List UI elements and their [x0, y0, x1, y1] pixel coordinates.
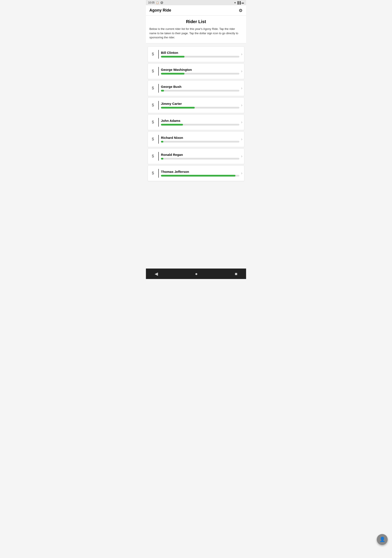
- nav-recents-button[interactable]: ■: [235, 271, 237, 276]
- list-item[interactable]: $ Bill Clinton ›: [148, 46, 244, 62]
- progress-track: [161, 73, 239, 75]
- status-bar: 10:05 📋 🔘 ▾ ▐▐ ▬: [146, 0, 246, 5]
- sponsor-dollar-icon[interactable]: $: [150, 137, 156, 141]
- progress-track: [161, 90, 239, 92]
- divider: [158, 67, 159, 76]
- progress-track: [161, 158, 239, 160]
- rider-name: Bill Clinton: [161, 51, 239, 54]
- progress-fill: [161, 141, 163, 143]
- rider-name: Ronald Regan: [161, 153, 239, 157]
- divider: [158, 118, 159, 127]
- sponsor-dollar-icon[interactable]: $: [150, 120, 156, 124]
- divider: [158, 50, 159, 59]
- list-item[interactable]: $ George Washington ›: [148, 63, 244, 79]
- sim-icon: 📋: [156, 1, 159, 4]
- rider-info: Jimmy Carter: [161, 102, 239, 109]
- chevron-right-icon: ›: [241, 52, 242, 56]
- list-item[interactable]: $ Thomas Jefferson ›: [148, 166, 244, 181]
- sponsor-dollar-icon[interactable]: $: [150, 154, 156, 158]
- nav-back-button[interactable]: ◀: [155, 271, 158, 276]
- progress-track: [161, 56, 239, 58]
- rider-info: Ronald Regan: [161, 153, 239, 160]
- progress-track: [161, 124, 239, 126]
- rider-name: George Washington: [161, 68, 239, 71]
- page-description: Below is the current rider list for this…: [149, 27, 243, 40]
- chevron-right-icon: ›: [241, 120, 242, 124]
- rider-list: $ Bill Clinton › $ George Washington › $: [146, 43, 246, 184]
- progress-track: [161, 107, 239, 109]
- sponsor-dollar-icon[interactable]: $: [150, 52, 156, 56]
- rider-name: Thomas Jefferson: [161, 170, 239, 174]
- progress-fill: [161, 73, 184, 75]
- rider-info: Bill Clinton: [161, 51, 239, 58]
- progress-fill: [161, 90, 164, 92]
- wifi-icon: ▾: [234, 1, 236, 4]
- rider-info: Richard Nixon: [161, 136, 239, 143]
- rider-name: George Bush: [161, 85, 239, 88]
- chevron-right-icon: ›: [241, 137, 242, 141]
- progress-track: [161, 175, 239, 176]
- status-bar-left: 10:05 📋 🔘: [148, 1, 163, 4]
- bottom-nav-bar: ◀ ● ■: [146, 269, 246, 279]
- progress-fill: [161, 124, 183, 126]
- rider-info: John Adams: [161, 119, 239, 126]
- progress-track: [161, 141, 239, 143]
- chevron-right-icon: ›: [241, 171, 242, 175]
- page-title: Rider List: [149, 19, 243, 24]
- progress-fill: [161, 158, 163, 160]
- rider-info: George Bush: [161, 85, 239, 92]
- divider: [158, 135, 159, 144]
- app-bar: Agony Ride ⚙: [146, 5, 246, 16]
- rider-name: John Adams: [161, 119, 239, 122]
- sponsor-dollar-icon[interactable]: $: [150, 86, 156, 90]
- list-item[interactable]: $ Ronald Regan ›: [148, 148, 244, 164]
- notification-icon: 🔘: [160, 1, 163, 4]
- list-item[interactable]: $ Richard Nixon ›: [148, 131, 244, 147]
- list-item[interactable]: $ John Adams ›: [148, 114, 244, 130]
- page-header: Rider List Below is the current rider li…: [146, 16, 246, 43]
- chevron-right-icon: ›: [241, 103, 242, 107]
- divider: [158, 84, 159, 93]
- nav-home-button[interactable]: ●: [195, 271, 197, 276]
- list-item[interactable]: $ George Bush ›: [148, 80, 244, 96]
- progress-fill: [161, 56, 184, 58]
- rider-name: Jimmy Carter: [161, 102, 239, 105]
- chevron-right-icon: ›: [241, 154, 242, 158]
- signal-icon: ▐▐: [237, 1, 241, 4]
- progress-fill: [161, 175, 235, 176]
- app-title: Agony Ride: [149, 8, 171, 13]
- chevron-right-icon: ›: [241, 86, 242, 90]
- battery-icon: ▬: [241, 1, 244, 4]
- chevron-right-icon: ›: [241, 69, 242, 73]
- sponsor-dollar-icon[interactable]: $: [150, 69, 156, 73]
- rider-info: George Washington: [161, 68, 239, 75]
- settings-button[interactable]: ⚙: [239, 8, 243, 13]
- time-display: 10:05: [148, 1, 155, 4]
- list-item[interactable]: $ Jimmy Carter ›: [148, 97, 244, 113]
- divider: [158, 169, 159, 178]
- progress-fill: [161, 107, 195, 109]
- status-bar-right: ▾ ▐▐ ▬: [234, 1, 244, 4]
- sponsor-dollar-icon[interactable]: $: [150, 171, 156, 175]
- main-content: Rider List Below is the current rider li…: [146, 16, 246, 269]
- sponsor-dollar-icon[interactable]: $: [150, 103, 156, 107]
- divider: [158, 152, 159, 161]
- rider-info: Thomas Jefferson: [161, 170, 239, 176]
- divider: [158, 101, 159, 110]
- rider-name: Richard Nixon: [161, 136, 239, 140]
